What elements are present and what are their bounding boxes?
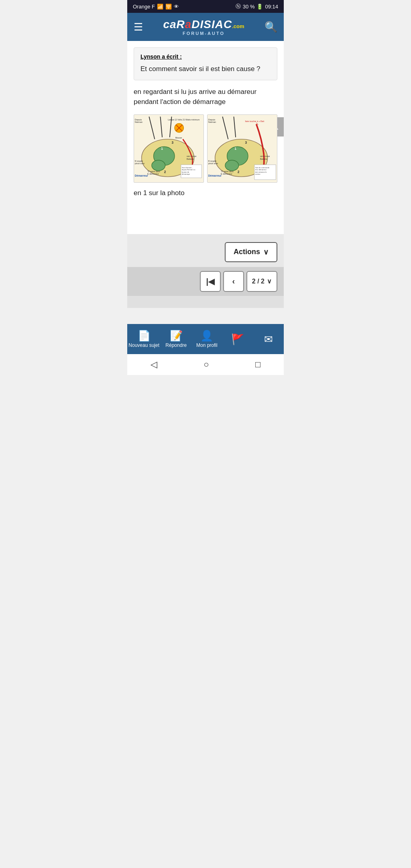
pagination-area: |◀ ‹ 2 / 2 ∨ <box>127 267 284 296</box>
nav-message[interactable]: ✉ <box>254 334 283 344</box>
bottom-nav: 📄 Nouveau sujet 📝 Répondre 👤 Mon profil … <box>127 324 284 354</box>
bottom-spacer <box>127 308 284 324</box>
svg-text:"2" entre dans: "2" entre dans <box>147 170 161 172</box>
svg-text:Test de commande: Test de commande <box>255 166 270 168</box>
eye-icon: 👁 <box>174 4 179 10</box>
nav-nouveau-sujet[interactable]: 📄 Nouveau sujet <box>128 330 159 348</box>
svg-text:Batterie: Batterie <box>260 158 267 160</box>
system-nav: ◁ ○ □ <box>127 354 284 375</box>
svg-text:faire toucher à + Batt: faire toucher à + Batt <box>245 120 265 122</box>
time: 09:14 <box>265 4 278 10</box>
svg-text:fil souple: fil souple <box>135 159 143 162</box>
message-icon: ✉ <box>264 334 273 344</box>
back-button[interactable]: ◁ <box>151 359 157 370</box>
status-bar: Orange F 📶 🛜 👁 Ⓝ 30 % 🔋 09:14 <box>127 0 284 13</box>
svg-text:Depuis: Depuis <box>135 118 142 120</box>
repondre-icon: 📝 <box>170 330 183 341</box>
quote-author: Lynson a écrit : <box>140 53 271 60</box>
quote-block: Lynson a écrit : Et comment savoir si il… <box>134 47 277 80</box>
nav-repondre[interactable]: 📝 Répondre <box>162 330 190 348</box>
current-page: 2 / 2 <box>252 278 265 285</box>
svg-text:Démarreur: Démarreur <box>135 174 148 177</box>
svg-text:Test d'arrivée ,: Test d'arrivée , <box>182 166 193 168</box>
home-button[interactable]: ○ <box>203 359 209 370</box>
first-page-button[interactable]: |◀ <box>200 271 221 292</box>
svg-text:vers cosse: vers cosse <box>260 155 270 157</box>
carrier: Orange F <box>133 4 155 10</box>
nav-mon-profil[interactable]: 👤 Mon profil <box>193 330 221 348</box>
first-icon: |◀ <box>206 277 215 286</box>
repondre-label: Répondre <box>165 342 187 348</box>
svg-text:3: 3 <box>245 140 247 144</box>
reply-text: en regardant si lu jus arrive au démareu… <box>134 87 277 107</box>
svg-text:2: 2 <box>238 169 240 173</box>
svg-text:pincé avec: pincé avec <box>208 162 218 165</box>
svg-point-3 <box>152 160 165 170</box>
logo-com: .com <box>232 23 244 29</box>
svg-text:Démarreur: Démarreur <box>208 174 222 177</box>
svg-text:depuis Neiman ou: depuis Neiman ou <box>182 169 195 171</box>
svg-text:Neiman: Neiman <box>208 121 216 123</box>
logo: caRaDISIAC .com <box>163 18 244 31</box>
content-spacer <box>134 204 277 228</box>
page-indicator[interactable]: 2 / 2 ∨ <box>246 271 277 292</box>
svg-text:pincé avec: pincé avec <box>135 162 145 165</box>
svg-point-32 <box>225 160 239 170</box>
diagram-right: faire toucher à + Batt Depuis Neiman 1 3… <box>207 114 277 183</box>
svg-text:Lampe 12 Volts 21 Watts minimu: Lampe 12 Volts 21 Watts minimum <box>168 118 199 120</box>
section-spacer <box>127 296 284 308</box>
svg-text:d'un démarreur: d'un démarreur <box>255 169 267 171</box>
nouveau-sujet-icon: 📄 <box>138 330 151 341</box>
prev-icon: ‹ <box>232 277 235 286</box>
nav-flag[interactable]: 🚩 <box>224 334 252 344</box>
search-icon[interactable]: 🔍 <box>265 21 277 33</box>
svg-text:fil souple: fil souple <box>208 159 216 162</box>
wifi-icon: 🛜 <box>165 4 172 10</box>
photo-caption: en 1 sur la photo <box>134 189 277 197</box>
svg-text:bouton de: bouton de <box>182 171 189 173</box>
svg-text:Masse: Masse <box>175 136 182 139</box>
actions-chevron: ∨ <box>263 248 269 257</box>
diagram-left: Depuis Neiman Lampe 12 Volts 21 Watts mi… <box>134 114 204 183</box>
battery-icon: 🔋 <box>256 4 263 10</box>
svg-text:Batterie: Batterie <box>187 158 194 160</box>
profil-icon: 👤 <box>200 330 213 341</box>
action-area: Actions ∨ <box>127 234 284 267</box>
logo-text: caRaDISIAC <box>163 18 232 31</box>
hamburger-icon[interactable]: ☰ <box>134 22 143 32</box>
quote-text: Et comment savoir si il est bien cause ? <box>140 64 271 74</box>
svg-text:3: 3 <box>172 140 174 144</box>
svg-text:moteur: moteur <box>255 173 261 175</box>
recent-button[interactable]: □ <box>255 359 260 370</box>
svg-text:1: 1 <box>161 146 163 150</box>
diagram-container: Depuis Neiman Lampe 12 Volts 21 Watts mi… <box>134 114 277 183</box>
battery-text: 30 % <box>243 4 255 10</box>
nouveau-sujet-label: Nouveau sujet <box>128 342 159 348</box>
svg-text:"2" entre dans: "2" entre dans <box>221 170 234 172</box>
navbar: ☰ caRaDISIAC .com FORUM-AUTO 🔍 <box>127 13 284 41</box>
actions-label: Actions <box>234 248 260 256</box>
logo-area: caRaDISIAC .com FORUM-AUTO <box>163 18 244 36</box>
flag-icon: 🚩 <box>231 334 244 344</box>
signal-icon: 📶 <box>157 4 163 10</box>
svg-text:doit entrainer le: doit entrainer le <box>255 171 267 173</box>
profil-label: Mon profil <box>196 342 218 348</box>
svg-text:démarrage: démarrage <box>182 173 190 175</box>
svg-text:Depuis: Depuis <box>208 118 216 120</box>
status-left: Orange F 📶 🛜 👁 <box>133 4 179 10</box>
svg-text:Neiman: Neiman <box>135 121 142 123</box>
svg-text:1: 1 <box>234 146 236 150</box>
content-area: ▲ Lynson a écrit : Et comment savoir si … <box>127 41 284 234</box>
logo-subtitle: FORUM-AUTO <box>183 31 225 36</box>
svg-text:le démarreur: le démarreur <box>147 173 159 175</box>
svg-text:2: 2 <box>164 169 166 173</box>
actions-button[interactable]: Actions ∨ <box>225 242 277 262</box>
page-chevron: ∨ <box>267 277 272 285</box>
svg-text:vers cosse: vers cosse <box>187 155 197 157</box>
nfc-icon: Ⓝ <box>236 3 241 10</box>
prev-page-button[interactable]: ‹ <box>223 271 244 292</box>
status-right: Ⓝ 30 % 🔋 09:14 <box>236 3 278 10</box>
svg-text:le démarreur: le démarreur <box>221 173 232 175</box>
